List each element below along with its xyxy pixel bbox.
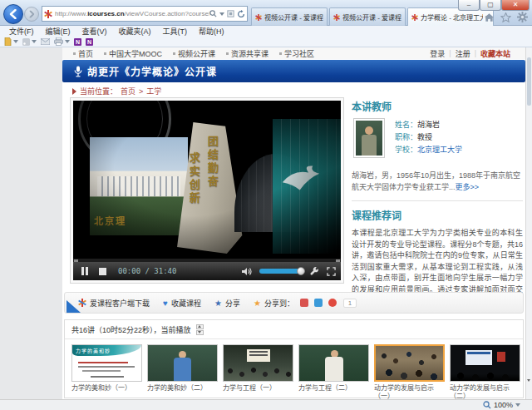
favorites-star-icon[interactable]: [500, 12, 511, 22]
pause-button[interactable]: [81, 267, 88, 275]
browser-quick-icons: [484, 12, 528, 22]
sitenav-open-video[interactable]: 视频公开课: [173, 48, 215, 59]
login-link[interactable]: 登录: [430, 48, 445, 59]
volume-slider[interactable]: [259, 269, 303, 274]
onenote-send-icon[interactable]: N: [74, 38, 81, 46]
qzone-share-icon[interactable]: [314, 299, 323, 307]
menu-favorites[interactable]: 收藏夹(A): [113, 26, 157, 37]
lecture-thumbnail[interactable]: [147, 344, 218, 382]
menu-help[interactable]: 帮助(H): [193, 26, 230, 37]
teacher-card: 姓名：胡海岩 职称：教授 学校：北京理工大学: [352, 118, 523, 161]
refresh-icon[interactable]: [237, 10, 245, 18]
sitenav-community[interactable]: 学习社区: [279, 48, 314, 59]
playlist-item-current[interactable]: 动力学的发展与启示（一）: [374, 344, 445, 401]
address-bar[interactable]: http://www.icourses.cn/viewVCourse.actio…: [42, 6, 248, 22]
breadcrumb-category-link[interactable]: 工学: [146, 86, 161, 96]
feed-icon: [22, 38, 30, 46]
client-download-button[interactable]: 爱课程客户端下载: [78, 298, 150, 309]
volume-icon[interactable]: [242, 267, 252, 276]
home-icon[interactable]: [484, 12, 495, 22]
playlist-item[interactable]: 动力学的发展与启示（二）: [450, 344, 520, 401]
maximize-button[interactable]: ▢: [480, 0, 501, 11]
page-content: 首页 中国大学MOOC 视频公开课 资源共享课 学习社区 登录| 注册| 收藏本…: [62, 47, 525, 399]
stop-button[interactable]: [99, 268, 106, 275]
close-button[interactable]: ✕: [501, 0, 530, 11]
tab-favicon: [333, 14, 340, 21]
url-dropdown-icon[interactable]: [219, 12, 224, 16]
video-display[interactable]: 北京理 团结勤奋 求实创新: [73, 101, 341, 258]
printer-icon: [54, 37, 63, 46]
print-button[interactable]: [54, 37, 70, 46]
school-link[interactable]: 北京理工大学: [417, 146, 462, 154]
favorite-course-button[interactable]: ♥ 收藏课程: [163, 298, 201, 309]
tab-video-open-course-2[interactable]: 视频公开课 - 爱课程: [329, 7, 406, 26]
scroll-up-button[interactable]: [196, 324, 204, 329]
title-tab-bar: http://www.icourses.cn/viewVCourse.actio…: [0, 0, 532, 26]
teacher-photo: [353, 118, 385, 158]
lecture-thumbnail[interactable]: 力学的美和妙: [71, 344, 142, 382]
teacher-bio: 胡海岩，男，1956年10月出生，1988年于南京航空航天大学固体力学专业获工学…: [352, 170, 523, 193]
minimize-button[interactable]: –: [458, 0, 480, 11]
tab-label: 视频公开课 - 爱课程: [342, 12, 401, 22]
volume-knob[interactable]: [297, 267, 305, 275]
divider: |: [475, 49, 476, 57]
page-menu-button[interactable]: [4, 37, 18, 46]
menu-file[interactable]: 文件(F): [3, 26, 40, 37]
window-controls: – ▢ ✕: [458, 0, 530, 11]
bullet-icon: [104, 52, 106, 55]
register-link[interactable]: 注册: [456, 48, 470, 59]
teacher-info: 姓名：胡海岩 职称：教授 学校：北京理工大学: [395, 119, 462, 156]
auth-links: 登录| 注册| 收藏本站: [430, 47, 510, 59]
menu-edit[interactable]: 编辑(E): [40, 26, 76, 37]
search-icon[interactable]: [209, 10, 217, 17]
share-to-star-icon: ★: [254, 299, 261, 308]
breadcrumb-home-link[interactable]: 首页: [121, 86, 135, 96]
scroll-down-button[interactable]: [196, 330, 204, 335]
zoom-magnifier-icon: [483, 401, 491, 409]
weibo-share-icon[interactable]: [300, 299, 308, 307]
lecture-caption: 动力学的发展与启示（一）: [374, 384, 445, 401]
scrollbar-thumb[interactable]: [527, 57, 531, 106]
scrollbar-down-icon[interactable]: [527, 382, 530, 397]
playlist-items: 力学的美和妙 力学的美和妙（一） 力学的美和妙（二）: [71, 344, 520, 401]
url-text: http://www.icourses.cn/viewVCourse.actio…: [55, 10, 209, 17]
lecture-thumbnail[interactable]: [450, 344, 520, 382]
tab-favicon: [411, 14, 418, 21]
share-button[interactable]: ★ 分享: [214, 298, 240, 309]
favorite-site-link[interactable]: 收藏本站: [480, 48, 510, 59]
page-scrollbar[interactable]: [525, 47, 532, 399]
dropdown-caret-icon: [32, 40, 37, 43]
audience-figures: [376, 346, 443, 380]
playlist-item[interactable]: 力学与工程（一）: [223, 344, 293, 401]
tab-favicon: [255, 14, 262, 21]
playlist-item[interactable]: 力学的美和妙（二）: [147, 344, 218, 401]
lecture-thumbnail[interactable]: [223, 344, 293, 382]
sitenav-shared-resources[interactable]: 资源共享课: [226, 48, 268, 59]
menu-view[interactable]: 查看(V): [76, 26, 113, 37]
bullet-icon: [279, 52, 282, 55]
breadcrumb-label: 当前位置：: [80, 86, 117, 96]
lecture-thumbnail[interactable]: [298, 344, 369, 382]
tab-video-open-course-1[interactable]: 视频公开课 - 爱课程: [251, 7, 328, 26]
forward-button[interactable]: [24, 7, 39, 22]
more-link[interactable]: 更多>>: [456, 183, 480, 191]
settings-gear-icon[interactable]: [517, 12, 528, 22]
feeds-button[interactable]: [22, 38, 37, 46]
tab-pointer-decoration: [66, 300, 81, 313]
microphone-icon: [74, 66, 82, 77]
read-mail-button[interactable]: [41, 38, 50, 45]
teacher-name-row: 姓名：胡海岩: [395, 119, 462, 131]
renren-share-icon[interactable]: [328, 299, 337, 307]
settings-wrench-icon[interactable]: [310, 267, 319, 276]
menu-tools[interactable]: 工具(T): [157, 26, 194, 37]
back-button[interactable]: [3, 4, 23, 24]
sitenav-home[interactable]: 首页: [73, 48, 93, 59]
onenote-linked-notes-icon[interactable]: N: [86, 38, 93, 46]
playlist-item[interactable]: 力学与工程（二）: [298, 344, 369, 401]
lecture-thumbnail-active[interactable]: [374, 344, 445, 382]
fullscreen-icon[interactable]: [327, 267, 336, 276]
compatibility-view-icon[interactable]: [227, 10, 234, 17]
zoom-control[interactable]: 100%: [483, 401, 520, 409]
playlist-item[interactable]: 力学的美和妙 力学的美和妙（一）: [71, 344, 142, 401]
sitenav-mooc[interactable]: 中国大学MOOC: [104, 48, 162, 59]
